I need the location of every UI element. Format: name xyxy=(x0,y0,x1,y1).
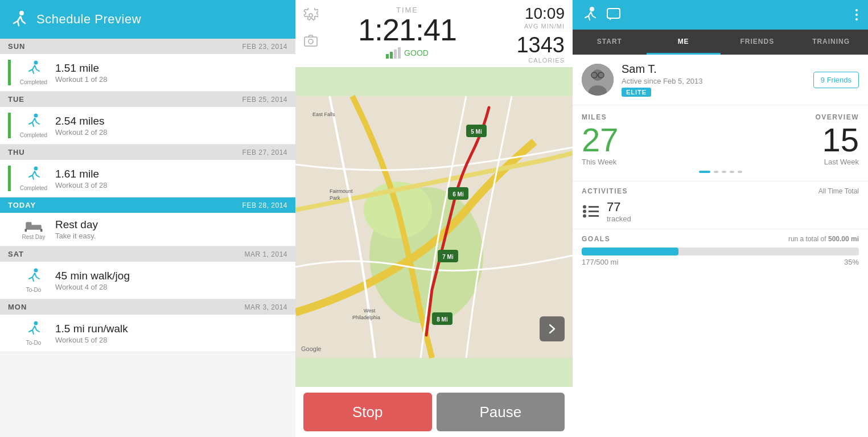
signal-bar-4 xyxy=(398,47,401,59)
svg-text:Philadelphia: Philadelphia xyxy=(352,315,380,320)
goals-section: GOALS run a total of 500.00 mi 177/500 m… xyxy=(573,229,868,272)
day-header-today: TODAY FEB 28, 2014 xyxy=(0,197,295,213)
day-date-tue: FEB 25, 2014 xyxy=(242,96,287,104)
dot-inactive-3 xyxy=(730,171,734,173)
avatar xyxy=(582,64,614,96)
workout-item-3[interactable]: Rest Day Rest day Take it easy. xyxy=(0,213,295,246)
svg-point-10 xyxy=(309,14,312,17)
signal-bars xyxy=(386,47,401,59)
day-header-sun: SUN FEB 23, 2014 xyxy=(0,39,295,54)
activities-label: ACTIVITIES xyxy=(582,187,628,195)
elite-badge: ELITE xyxy=(622,88,651,97)
svg-point-9 xyxy=(34,321,38,325)
activity-count: 77 xyxy=(607,200,631,215)
profile-since: Active since Feb 5, 2013 xyxy=(622,77,805,85)
signal-text: GOOD xyxy=(404,48,429,57)
signal-bar-1 xyxy=(386,54,389,59)
pause-button[interactable]: Pause xyxy=(437,393,565,431)
progress-pct: 35% xyxy=(844,258,859,266)
workout-title-3: Rest day xyxy=(55,218,287,231)
stop-button[interactable]: Stop xyxy=(303,393,432,431)
next-arrow[interactable] xyxy=(540,316,565,341)
day-date-mon: MAR 3, 2014 xyxy=(244,303,287,311)
profile-info: Sam T. Active since Feb 5, 2013 ELITE xyxy=(622,63,805,97)
svg-point-0 xyxy=(19,11,24,15)
tab-start[interactable]: START xyxy=(573,30,647,55)
workout-details-0: 1.51 mile Workout 1 of 28 xyxy=(55,62,287,84)
tab-training[interactable]: TRAINING xyxy=(794,30,868,55)
workout-icon-wrap-2: Completed xyxy=(19,166,48,191)
friends-button[interactable]: 9 Friends xyxy=(813,72,859,88)
progress-bar-fill xyxy=(582,248,678,255)
dot-2 xyxy=(855,14,858,16)
workout-item-1[interactable]: Completed 2.54 miles Workout 2 of 28 xyxy=(0,107,295,145)
this-week-value: 27 xyxy=(582,123,721,156)
signal-bar-2 xyxy=(390,52,393,59)
svg-rect-11 xyxy=(305,37,317,46)
workout-title-5: 1.5 mi run/walk xyxy=(55,323,287,335)
dot-active xyxy=(699,171,710,173)
workout-title-4: 45 min walk/jog xyxy=(55,270,287,282)
top-bar-stats: TIME 1:21:41 GOOD xyxy=(324,6,491,59)
signal-bar-3 xyxy=(394,50,397,59)
workout-item-2[interactable]: Completed 1.61 mile Workout 3 of 28 xyxy=(0,160,295,197)
workout-subtitle-0: Workout 1 of 28 xyxy=(55,75,287,84)
day-label-thu: THU xyxy=(8,148,25,156)
day-date-thu: FEB 27, 2014 xyxy=(242,149,287,156)
day-label-sat: SAT xyxy=(8,250,24,258)
dot-1 xyxy=(855,9,858,11)
workout-item-5[interactable]: To-Do 1.5 mi run/walk Workout 5 of 28 xyxy=(0,315,295,352)
svg-rect-31 xyxy=(607,9,620,18)
svg-point-30 xyxy=(590,7,594,11)
stats-section: MILES 27 This Week OVERVIEW 15 Last Week xyxy=(573,105,868,182)
svg-point-3 xyxy=(34,167,38,171)
day-header-mon: MON MAR 3, 2014 xyxy=(0,299,295,315)
completed-bar-1 xyxy=(8,113,11,138)
svg-text:6 Mi: 6 Mi xyxy=(452,191,464,197)
completed-bar-0 xyxy=(8,60,11,85)
activities-header-row: ACTIVITIES All Time Total xyxy=(582,187,859,195)
dot-inactive-2 xyxy=(722,171,726,173)
workout-subtitle-4: Workout 4 of 28 xyxy=(55,283,287,291)
signal-row: GOOD xyxy=(386,47,429,59)
tab-friends[interactable]: FRIENDS xyxy=(721,30,795,55)
workout-item-0[interactable]: Completed 1.51 mile Workout 1 of 28 xyxy=(0,54,295,92)
chat-icon[interactable] xyxy=(606,6,623,23)
svg-rect-40 xyxy=(589,215,599,217)
list-icon xyxy=(582,204,600,220)
day-header-thu: THU FEB 27, 2014 xyxy=(0,145,295,160)
this-week-label: This Week xyxy=(582,158,721,166)
completed-bar-2 xyxy=(8,166,11,191)
more-menu-icon[interactable] xyxy=(853,7,860,23)
tab-me[interactable]: ME xyxy=(647,30,721,55)
camera-icon[interactable] xyxy=(303,33,318,48)
day-date-sat: MAR 1, 2014 xyxy=(244,250,287,258)
activity-row: 77 tracked xyxy=(582,200,859,223)
svg-point-12 xyxy=(308,39,313,44)
workout-subtitle-1: Workout 2 of 28 xyxy=(55,128,287,137)
goals-label: GOALS xyxy=(582,235,610,243)
map-container[interactable]: 5 Mi 6 Mi 7 Mi 8 Mi East Falls Fairmount… xyxy=(295,67,573,387)
svg-text:East Falls: East Falls xyxy=(312,112,335,117)
avatar-image xyxy=(582,64,614,96)
overview-label: OVERVIEW xyxy=(721,113,859,121)
workout-icon-wrap-1: Completed xyxy=(19,113,48,138)
svg-rect-6 xyxy=(25,229,27,232)
svg-text:5 Mi: 5 Mi xyxy=(471,129,482,135)
workout-status-2: Completed xyxy=(20,185,47,191)
workout-title-2: 1.61 mile xyxy=(55,168,287,180)
svg-text:West: West xyxy=(364,308,376,314)
workout-item-4[interactable]: To-Do 45 min walk/jog Workout 4 of 28 xyxy=(0,262,295,299)
svg-point-41 xyxy=(583,205,586,208)
right-stats: 10:09 AVG MIN/MI 1343 CALORIES xyxy=(496,6,565,64)
calories-value: 1343 xyxy=(516,34,565,56)
right-panel: START ME FRIENDS TRAINING Sam T. Act xyxy=(573,0,868,437)
time-value: 1:21:41 xyxy=(358,14,456,45)
run-icon-4 xyxy=(24,267,43,286)
schedule-preview-title: Schedule Preview xyxy=(36,12,141,27)
right-header-icons xyxy=(581,6,623,23)
workout-title-0: 1.51 mile xyxy=(55,62,287,75)
all-time-label: All Time Total xyxy=(818,187,859,195)
settings-icon[interactable] xyxy=(303,8,318,23)
workout-icon-wrap-4: To-Do xyxy=(19,267,48,293)
